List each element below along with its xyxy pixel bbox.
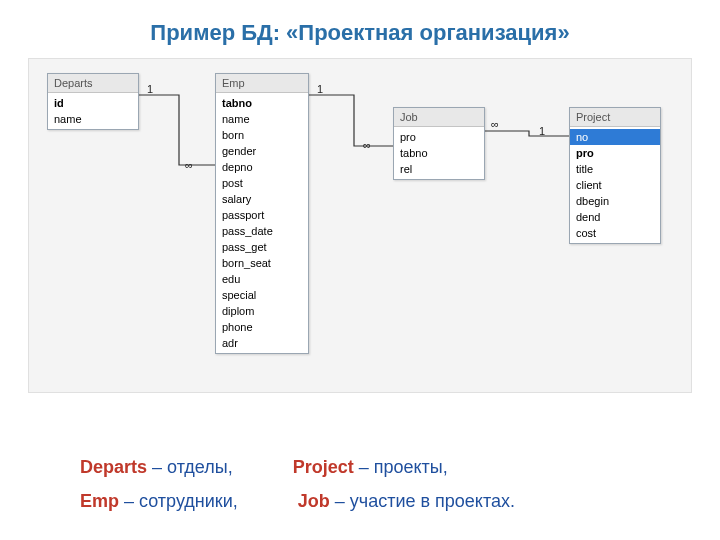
- table-fields: noprotitleclientdbegindendcost: [570, 127, 660, 243]
- cardinality-many: ∞: [363, 139, 371, 151]
- field-row: name: [48, 111, 138, 127]
- cardinality-many: ∞: [185, 159, 193, 171]
- legend-emp: Emp – сотрудники,: [80, 484, 238, 518]
- field-row: pro: [394, 129, 484, 145]
- field-row: title: [570, 161, 660, 177]
- field-row: post: [216, 175, 308, 191]
- table-emp: Emp tabnonameborngenderdepnopostsalarypa…: [215, 73, 309, 354]
- field-row: cost: [570, 225, 660, 241]
- field-row: rel: [394, 161, 484, 177]
- legend-project: Project – проекты,: [293, 450, 448, 484]
- field-row: gender: [216, 143, 308, 159]
- field-row: diplom: [216, 303, 308, 319]
- table-header: Departs: [48, 74, 138, 93]
- field-row: salary: [216, 191, 308, 207]
- table-fields: idname: [48, 93, 138, 129]
- field-row: tabno: [216, 95, 308, 111]
- table-fields: protabnorel: [394, 127, 484, 179]
- field-row: passport: [216, 207, 308, 223]
- cardinality-many: ∞: [491, 118, 499, 130]
- field-row: edu: [216, 271, 308, 287]
- field-row: pro: [570, 145, 660, 161]
- table-job: Job protabnorel: [393, 107, 485, 180]
- field-row: dbegin: [570, 193, 660, 209]
- field-row: phone: [216, 319, 308, 335]
- legend: Departs – отделы, Project – проекты, Emp…: [80, 450, 515, 518]
- field-row: born: [216, 127, 308, 143]
- legend-job: Job – участие в проектах.: [298, 484, 515, 518]
- table-header: Emp: [216, 74, 308, 93]
- field-row: pass_date: [216, 223, 308, 239]
- legend-departs: Departs – отделы,: [80, 450, 233, 484]
- field-row: adr: [216, 335, 308, 351]
- table-fields: tabnonameborngenderdepnopostsalarypasspo…: [216, 93, 308, 353]
- cardinality-one: 1: [539, 125, 545, 137]
- table-header: Project: [570, 108, 660, 127]
- field-row: no: [570, 129, 660, 145]
- table-departs: Departs idname: [47, 73, 139, 130]
- table-header: Job: [394, 108, 484, 127]
- field-row: born_seat: [216, 255, 308, 271]
- field-row: name: [216, 111, 308, 127]
- field-row: client: [570, 177, 660, 193]
- cardinality-one: 1: [147, 83, 153, 95]
- field-row: depno: [216, 159, 308, 175]
- field-row: id: [48, 95, 138, 111]
- er-diagram: 1 ∞ 1 ∞ ∞ 1 Departs idname Emp tabnoname…: [28, 58, 692, 393]
- table-project: Project noprotitleclientdbegindendcost: [569, 107, 661, 244]
- field-row: special: [216, 287, 308, 303]
- page-title: Пример БД: «Проектная организация»: [0, 0, 720, 58]
- cardinality-one: 1: [317, 83, 323, 95]
- field-row: dend: [570, 209, 660, 225]
- field-row: pass_get: [216, 239, 308, 255]
- field-row: tabno: [394, 145, 484, 161]
